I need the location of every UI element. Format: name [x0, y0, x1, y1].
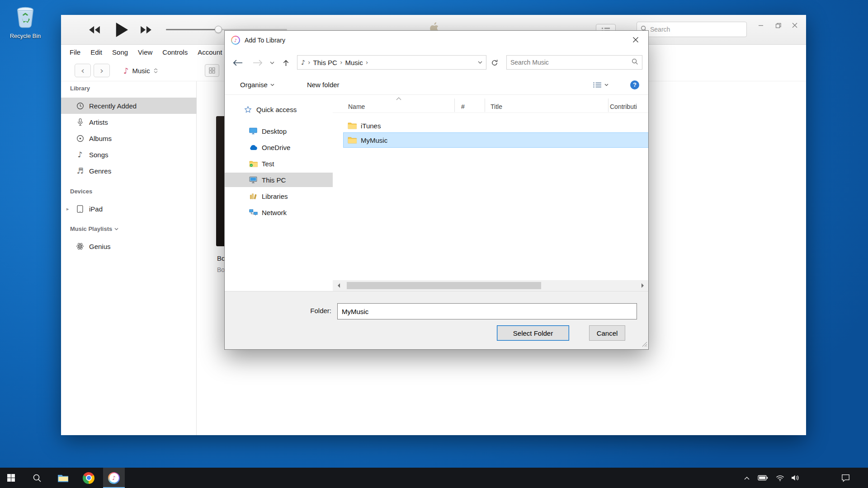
refresh-button[interactable] — [489, 58, 500, 68]
nav-item-onedrive[interactable]: OneDrive — [225, 140, 333, 155]
nav-item-this-pc[interactable]: This PC — [225, 173, 333, 187]
atom-icon — [75, 242, 85, 250]
itunes-app-icon: ♪ — [231, 36, 240, 45]
sidebar-item-recently-added[interactable]: Recently Added — [61, 98, 197, 114]
menu-song[interactable]: Song — [107, 48, 133, 56]
recycle-bin[interactable]: Recycle Bin — [5, 5, 46, 39]
library-header: Library — [70, 85, 90, 92]
expand-caret-icon[interactable]: ▸ — [66, 206, 69, 212]
star-icon — [243, 106, 253, 113]
column-name[interactable]: Name — [348, 97, 365, 113]
nav-item-test[interactable]: Test — [225, 156, 333, 171]
nav-item-libraries[interactable]: Libraries — [225, 189, 333, 203]
scrollbar-thumb[interactable] — [347, 282, 541, 289]
triangle-left-icon — [335, 283, 340, 288]
cancel-button[interactable]: Cancel — [589, 325, 625, 341]
taskbar-search-button[interactable] — [26, 468, 48, 488]
horizontal-scrollbar[interactable] — [333, 280, 648, 291]
organise-menu-button[interactable]: Organise — [240, 81, 274, 89]
sidebar-item-songs[interactable]: ♪ Songs — [61, 146, 197, 163]
folder-name-input[interactable] — [337, 303, 637, 319]
breadcrumb-chevron: › — [308, 59, 311, 66]
back-button[interactable]: ‹ — [75, 64, 91, 77]
column-divider[interactable] — [454, 99, 455, 112]
triangle-right-icon — [642, 283, 646, 288]
file-row-mymusic[interactable]: MyMusic — [344, 133, 648, 147]
menu-account[interactable]: Account — [193, 48, 227, 56]
minimize-button[interactable] — [754, 19, 768, 32]
taskbar-itunes-button[interactable]: ♪ — [103, 468, 125, 488]
music-playlists-header[interactable]: Music Playlists — [70, 225, 118, 232]
media-picker[interactable]: ♪ Music — [120, 64, 161, 77]
nav-item-desktop[interactable]: Desktop — [225, 124, 333, 138]
start-button[interactable] — [0, 468, 22, 488]
change-view-button[interactable] — [593, 82, 609, 88]
sidebar-item-albums[interactable]: Albums — [61, 130, 197, 146]
scroll-right-button[interactable] — [637, 280, 648, 291]
taskbar: ♪ — [0, 468, 868, 488]
file-list: Name # Title Contributi iTunes — [333, 95, 648, 280]
sidebar-item-ipad[interactable]: ▸ iPad — [61, 201, 197, 217]
rewind-button[interactable] — [86, 23, 103, 37]
column-number[interactable]: # — [461, 97, 465, 113]
breadcrumb-this-pc[interactable]: This PC — [313, 59, 337, 66]
column-contributing-artists[interactable]: Contributi — [610, 97, 637, 113]
column-divider[interactable] — [485, 99, 485, 112]
sidebar-item-artists[interactable]: Artists — [61, 114, 197, 130]
taskbar-file-explorer-button[interactable] — [52, 468, 74, 488]
action-center-button[interactable] — [835, 468, 855, 488]
nav-back-button[interactable] — [231, 58, 245, 68]
view-toggle-button[interactable] — [205, 64, 219, 77]
fast-forward-button[interactable] — [138, 23, 154, 37]
breadcrumb-chevron[interactable]: › — [340, 59, 343, 66]
libraries-icon — [248, 193, 258, 200]
column-title[interactable]: Title — [491, 97, 502, 113]
search-icon[interactable] — [632, 58, 638, 66]
chevron-down-icon — [270, 61, 274, 64]
music-note-icon: ♪ — [75, 150, 85, 159]
ipad-icon — [75, 205, 85, 213]
chevron-up-icon — [744, 476, 750, 480]
recent-locations-button[interactable] — [268, 60, 276, 66]
sidebar-item-genres[interactable]: ♬ Genres — [61, 163, 197, 179]
itunes-search-input[interactable] — [650, 26, 743, 33]
dialog-nav-bar: ♪ › This PC › Music › — [225, 50, 648, 75]
forward-button[interactable]: › — [94, 64, 110, 77]
nav-forward-button[interactable] — [251, 58, 264, 68]
tray-volume-button[interactable] — [788, 468, 802, 488]
itunes-search-box — [637, 22, 747, 37]
maximize-icon — [775, 23, 781, 28]
dialog-title-bar[interactable]: ♪ Add To Library — [225, 31, 648, 50]
address-dropdown-icon[interactable] — [478, 61, 482, 64]
new-folder-button[interactable]: New folder — [307, 81, 340, 89]
nav-up-button[interactable] — [280, 57, 292, 68]
nav-item-quick-access[interactable]: Quick access — [225, 102, 333, 117]
column-divider[interactable] — [608, 99, 609, 112]
sidebar-item-genius[interactable]: Genius — [61, 238, 197, 254]
menu-file[interactable]: File — [65, 48, 85, 56]
chevron-down-icon — [114, 228, 118, 230]
tray-battery-button[interactable] — [756, 468, 769, 488]
dialog-close-button[interactable] — [623, 31, 648, 49]
dialog-search-input[interactable] — [510, 59, 632, 66]
address-bar[interactable]: ♪ › This PC › Music › — [297, 55, 486, 70]
battery-icon — [758, 475, 768, 481]
breadcrumb-music[interactable]: Music — [345, 59, 363, 66]
maximize-button[interactable] — [771, 19, 785, 32]
tray-wifi-button[interactable] — [773, 468, 787, 488]
help-button[interactable]: ? — [630, 80, 639, 89]
volume-knob[interactable] — [215, 26, 222, 33]
close-button[interactable] — [788, 19, 802, 32]
breadcrumb-chevron[interactable]: › — [366, 59, 368, 66]
scroll-left-button[interactable] — [333, 280, 344, 291]
menu-controls[interactable]: Controls — [157, 48, 193, 56]
resize-grip[interactable] — [642, 341, 647, 348]
tray-show-hidden-icons-button[interactable] — [741, 468, 753, 488]
menu-view[interactable]: View — [133, 48, 157, 56]
taskbar-chrome-button[interactable] — [78, 468, 99, 488]
select-folder-button[interactable]: Select Folder — [497, 325, 569, 341]
play-button[interactable] — [110, 19, 133, 41]
nav-item-network[interactable]: Network — [225, 205, 333, 220]
file-row-itunes[interactable]: iTunes — [344, 118, 648, 133]
menu-edit[interactable]: Edit — [85, 48, 107, 56]
